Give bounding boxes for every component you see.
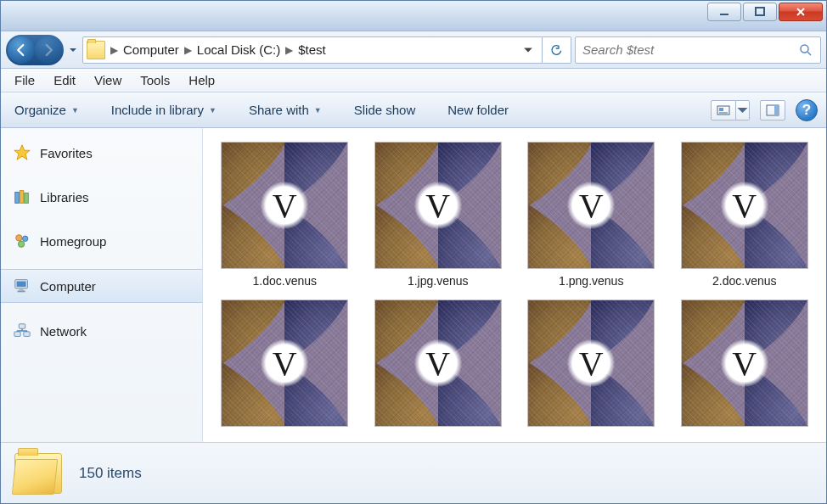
view-options-button[interactable] — [711, 100, 736, 120]
file-list[interactable]: V 1.doc.venus V 1.jpg.venus V 1.png.venu… — [203, 128, 826, 442]
view-icon — [717, 104, 730, 117]
organize-button[interactable]: Organize▼ — [9, 99, 84, 120]
homegroup-icon — [13, 232, 31, 250]
file-item[interactable]: V — [520, 298, 663, 434]
sidebar: Favorites Libraries Homegroup Computer N… — [1, 128, 203, 442]
folder-icon — [87, 41, 105, 59]
address-bar: ▶ Computer ▶ Local Disk (C:) ▶ $test — [1, 31, 826, 69]
svg-rect-18 — [24, 332, 30, 337]
file-item[interactable]: V — [673, 298, 817, 434]
sidebar-label: Computer — [40, 279, 96, 294]
file-thumbnail: V — [527, 142, 655, 269]
svg-point-12 — [18, 241, 24, 247]
breadcrumb-segment[interactable]: Computer — [120, 37, 183, 63]
chevron-right-icon: ▶ — [183, 44, 194, 56]
file-item[interactable]: V 1.jpg.venus — [367, 140, 510, 289]
maximize-icon — [754, 6, 766, 18]
search-box[interactable] — [575, 36, 821, 64]
file-thumbnail: V — [681, 142, 808, 269]
share-label: Share with — [249, 103, 309, 117]
close-icon — [795, 6, 807, 18]
maximize-button[interactable] — [743, 3, 777, 21]
file-name: 1.jpg.venus — [408, 274, 469, 288]
sidebar-label: Libraries — [40, 190, 89, 204]
view-dropdown-button[interactable] — [736, 100, 750, 120]
file-thumbnail: V — [374, 300, 502, 427]
venus-badge-icon: V — [721, 182, 768, 229]
svg-rect-1 — [756, 8, 764, 15]
svg-rect-4 — [719, 108, 723, 111]
menu-file[interactable]: File — [6, 70, 43, 91]
folder-icon — [14, 453, 62, 494]
organize-label: Organize — [14, 103, 66, 117]
help-button[interactable]: ? — [796, 99, 818, 121]
svg-point-10 — [16, 235, 22, 241]
file-item[interactable]: V — [367, 298, 510, 434]
chevron-down-icon — [736, 104, 749, 117]
refresh-button[interactable] — [543, 36, 571, 64]
chevron-down-icon — [69, 46, 77, 54]
include-label: Include in library — [111, 103, 204, 117]
forward-button[interactable] — [35, 36, 62, 64]
nav-history-dropdown[interactable] — [67, 36, 79, 64]
search-input[interactable] — [582, 42, 798, 57]
share-with-button[interactable]: Share with▼ — [244, 99, 327, 120]
file-thumbnail: V — [374, 142, 502, 269]
menubar: File Edit View Tools Help — [1, 69, 826, 92]
file-item[interactable]: V 1.doc.venus — [213, 140, 357, 289]
chevron-down-icon[interactable] — [523, 45, 533, 55]
sidebar-item-libraries[interactable]: Libraries — [1, 181, 202, 213]
back-button[interactable] — [8, 36, 35, 64]
status-count: 150 items — [79, 465, 142, 482]
venus-badge-icon: V — [414, 182, 462, 229]
sidebar-label: Favorites — [40, 146, 93, 160]
include-library-button[interactable]: Include in library▼ — [106, 99, 222, 120]
svg-rect-15 — [19, 289, 23, 291]
sidebar-item-homegroup[interactable]: Homegroup — [1, 225, 202, 257]
libraries-icon — [13, 188, 31, 206]
menu-view[interactable]: View — [86, 70, 130, 91]
explorer-window: ▶ Computer ▶ Local Disk (C:) ▶ $test Fil… — [0, 0, 827, 504]
file-item[interactable]: V 2.doc.venus — [673, 140, 817, 289]
sidebar-item-network[interactable]: Network — [1, 315, 202, 347]
help-icon: ? — [802, 102, 811, 119]
breadcrumb-segment[interactable]: $test — [295, 37, 329, 63]
svg-rect-14 — [17, 282, 26, 287]
file-thumbnail: V — [681, 300, 808, 427]
file-name: 1.png.venus — [559, 274, 623, 288]
menu-tools[interactable]: Tools — [132, 70, 178, 91]
chevron-right-icon: ▶ — [109, 44, 120, 56]
breadcrumb[interactable]: ▶ Computer ▶ Local Disk (C:) ▶ $test — [82, 36, 543, 64]
sidebar-item-favorites[interactable]: Favorites — [1, 137, 202, 169]
menu-help[interactable]: Help — [180, 70, 223, 91]
svg-point-2 — [801, 45, 808, 53]
venus-badge-icon: V — [414, 339, 462, 387]
file-name: 1.doc.venus — [253, 274, 318, 288]
slideshow-button[interactable]: Slide show — [349, 99, 421, 120]
close-button[interactable] — [779, 3, 823, 21]
svg-rect-19 — [19, 324, 25, 329]
file-item[interactable]: V — [213, 298, 357, 434]
svg-rect-17 — [14, 332, 20, 337]
breadcrumb-segment[interactable]: Local Disk (C:) — [194, 37, 284, 63]
file-thumbnail: V — [221, 142, 348, 269]
pane-icon — [766, 104, 779, 117]
minimize-button[interactable] — [707, 3, 741, 21]
minimize-icon — [718, 6, 730, 18]
body: Favorites Libraries Homegroup Computer N… — [1, 128, 826, 442]
venus-badge-icon: V — [261, 339, 308, 387]
sidebar-item-computer[interactable]: Computer — [1, 269, 202, 303]
titlebar — [1, 1, 826, 31]
sidebar-label: Homegroup — [40, 234, 106, 249]
new-folder-button[interactable]: New folder — [442, 99, 514, 120]
chevron-down-icon: ▼ — [71, 106, 79, 115]
file-name: 2.doc.venus — [712, 274, 777, 288]
svg-point-11 — [22, 236, 27, 241]
preview-pane-button[interactable] — [760, 100, 785, 120]
file-item[interactable]: V 1.png.venus — [520, 140, 663, 289]
computer-icon — [13, 277, 31, 295]
svg-rect-16 — [18, 291, 25, 293]
venus-badge-icon: V — [567, 339, 615, 387]
newfolder-label: New folder — [447, 103, 509, 117]
menu-edit[interactable]: Edit — [45, 70, 84, 91]
